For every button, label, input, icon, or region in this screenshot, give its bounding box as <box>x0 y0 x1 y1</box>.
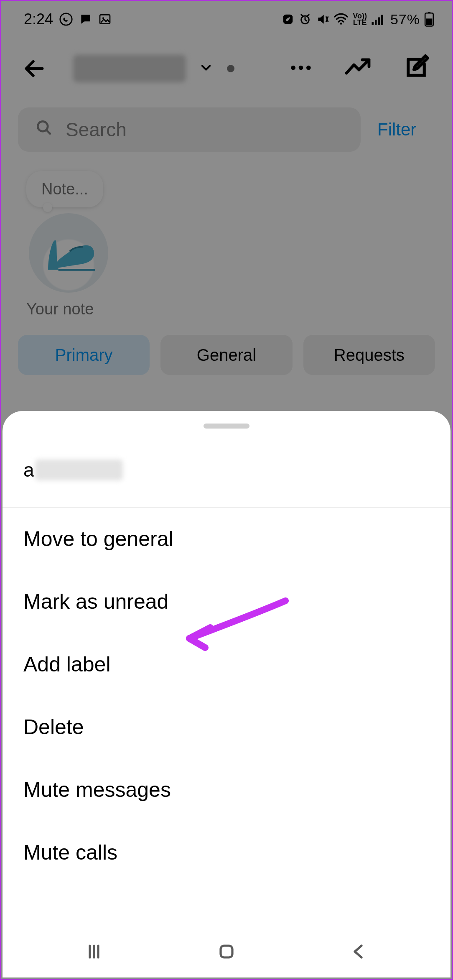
alarm-icon <box>298 13 312 26</box>
svg-point-14 <box>299 66 303 70</box>
battery-icon <box>424 12 434 27</box>
search-placeholder: Search <box>66 118 127 141</box>
status-time: 2:24 <box>24 10 53 28</box>
svg-rect-7 <box>375 20 377 25</box>
filter-button[interactable]: Filter <box>377 120 420 140</box>
svg-rect-6 <box>372 22 374 25</box>
chat-actions-sheet: a Move to general Mark as unread Add lab… <box>3 411 450 977</box>
sheet-chat-name: a <box>3 429 450 508</box>
back-button[interactable] <box>20 55 48 82</box>
more-button[interactable] <box>288 64 314 74</box>
chat-bubble-icon <box>79 13 92 26</box>
signal-icon <box>371 13 386 26</box>
note-avatar[interactable] <box>29 213 108 293</box>
account-username-blurred[interactable] <box>73 55 186 82</box>
sheet-drag-handle[interactable] <box>204 424 249 429</box>
leaf-icon <box>282 13 294 26</box>
option-move-to-general[interactable]: Move to general <box>3 508 450 570</box>
nav-recents[interactable] <box>79 937 109 966</box>
chevron-down-icon[interactable] <box>199 60 214 77</box>
tab-primary[interactable]: Primary <box>18 335 150 375</box>
svg-rect-9 <box>381 15 383 25</box>
svg-point-15 <box>306 66 311 70</box>
inbox-tabs: Primary General Requests <box>1 331 452 375</box>
svg-rect-8 <box>378 18 380 25</box>
option-mute-messages[interactable]: Mute messages <box>3 758 450 821</box>
volte-label: Vo))LTE <box>353 13 367 26</box>
note-bubble[interactable]: Note... <box>26 171 103 207</box>
battery-percent: 57% <box>390 11 420 28</box>
nav-back[interactable] <box>344 937 374 966</box>
tab-general[interactable]: General <box>160 335 292 375</box>
svg-point-5 <box>340 23 342 25</box>
image-icon <box>98 13 112 26</box>
nav-home[interactable] <box>212 937 241 966</box>
wifi-icon <box>333 13 349 26</box>
shoe-image <box>37 230 100 276</box>
svg-rect-12 <box>426 18 433 25</box>
svg-point-13 <box>291 66 295 70</box>
search-icon <box>35 118 53 141</box>
option-mark-as-unread[interactable]: Mark as unread <box>3 570 450 633</box>
status-dot-icon <box>227 65 234 72</box>
mute-icon <box>316 13 329 26</box>
svg-rect-11 <box>428 12 431 13</box>
dm-header <box>1 37 452 100</box>
compose-button[interactable] <box>402 54 433 84</box>
option-delete[interactable]: Delete <box>3 696 450 758</box>
android-navbar <box>3 926 450 977</box>
whatsapp-icon <box>59 12 73 26</box>
option-add-label[interactable]: Add label <box>3 633 450 696</box>
tab-requests[interactable]: Requests <box>303 335 435 375</box>
trending-icon[interactable] <box>345 56 375 81</box>
note-caption: Your note <box>26 300 110 318</box>
svg-point-0 <box>60 13 72 25</box>
your-note[interactable]: Note... Your note <box>1 152 135 331</box>
status-bar: 2:24 Vo))LTE 57% <box>1 1 452 37</box>
search-input[interactable]: Search <box>18 107 361 152</box>
svg-rect-17 <box>221 946 232 957</box>
sheet-name-prefix: a <box>23 459 34 481</box>
option-mute-calls[interactable]: Mute calls <box>3 821 450 884</box>
sheet-name-blurred <box>35 459 123 480</box>
